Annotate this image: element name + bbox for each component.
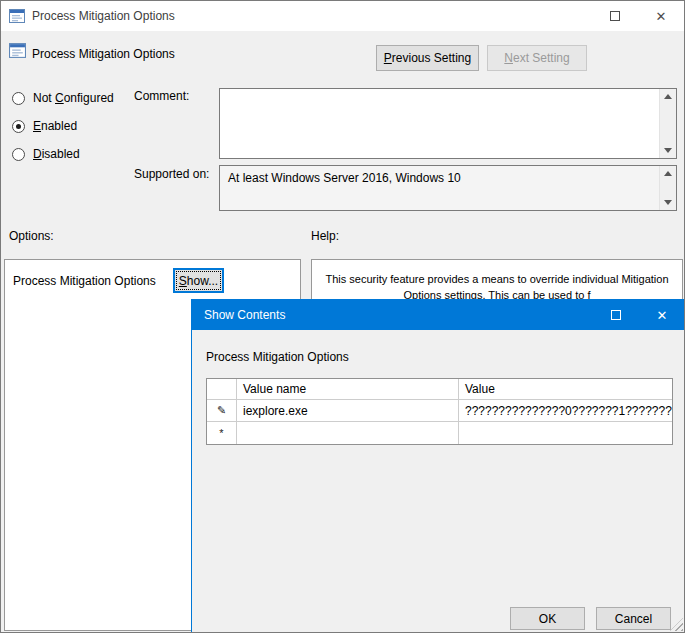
scroll-up-button[interactable] [660, 89, 676, 104]
supported-on-text: At least Windows Server 2016, Windows 10 [220, 166, 659, 210]
scroll-up-button[interactable] [660, 166, 676, 181]
column-header-value-name: Value name [237, 379, 459, 400]
maximize-button[interactable] [592, 1, 638, 31]
dialog-title: Show Contents [204, 308, 285, 322]
radio-dot [16, 152, 21, 157]
scroll-down-button[interactable] [660, 195, 676, 210]
comment-input[interactable] [219, 88, 677, 159]
column-header-value: Value [459, 379, 672, 400]
radio-not-configured[interactable]: Not Configured [12, 90, 114, 106]
arrow-up-icon [664, 171, 672, 176]
value-cell[interactable]: ???????????????0???????1???????1 [459, 400, 672, 422]
options-setting-label: Process Mitigation Options [13, 274, 156, 288]
arrow-down-icon [664, 148, 672, 153]
dialog-maximize-button[interactable] [593, 300, 639, 330]
radio-enabled[interactable]: Enabled [12, 118, 77, 134]
comment-text [220, 89, 659, 158]
button-accesskey: N [504, 51, 513, 65]
radio-label: Disabled [33, 147, 80, 161]
previous-setting-button[interactable]: Previous Setting [376, 45, 479, 71]
help-label: Help: [311, 229, 339, 243]
maximize-icon [611, 310, 621, 320]
supported-on-box: At least Windows Server 2016, Windows 10 [219, 165, 677, 211]
radio-icon [12, 120, 25, 133]
app-icon [9, 8, 25, 24]
row-selector[interactable]: ✎ [207, 400, 237, 422]
scroll-down-button[interactable] [660, 143, 676, 158]
policy-settings-window: Process Mitigation Options ✕ Process Mit… [0, 0, 685, 633]
dialog-heading: Process Mitigation Options [206, 350, 349, 364]
show-button[interactable]: Show... [173, 268, 224, 293]
row-selector-header [207, 379, 237, 400]
row-selector[interactable]: * [207, 422, 237, 444]
window-titlebar[interactable]: Process Mitigation Options ✕ [1, 1, 684, 31]
value-name-cell[interactable] [237, 422, 459, 444]
next-setting-button: Next Setting [487, 45, 587, 71]
new-row-icon: * [219, 427, 223, 439]
window-caption-buttons: ✕ [592, 1, 684, 31]
radio-disabled[interactable]: Disabled [12, 146, 80, 162]
resize-grip[interactable] [670, 618, 683, 631]
button-accesskey: P [384, 51, 392, 65]
dialog-titlebar[interactable]: Show Contents ✕ [192, 300, 685, 330]
arrow-down-icon [664, 200, 672, 205]
arrow-up-icon [664, 94, 672, 99]
close-icon: ✕ [656, 10, 667, 23]
button-label: ext Setting [513, 51, 570, 65]
button-label: revious Setting [392, 51, 471, 65]
cancel-button[interactable]: Cancel [596, 607, 671, 630]
radio-dot [16, 124, 21, 129]
window-title: Process Mitigation Options [32, 9, 175, 23]
radio-icon [12, 148, 25, 161]
close-icon: ✕ [657, 309, 668, 322]
edit-pencil-icon: ✎ [217, 404, 226, 417]
value-name-cell[interactable]: iexplore.exe [237, 400, 459, 422]
value-cell[interactable] [459, 422, 672, 444]
policy-setting-icon [9, 42, 26, 59]
button-accesskey: S [179, 274, 187, 288]
dialog-caption-buttons: ✕ [593, 300, 685, 330]
options-label: Options: [9, 229, 54, 243]
button-label: how... [187, 274, 218, 288]
radio-icon [12, 92, 25, 105]
maximize-icon [610, 11, 620, 21]
dialog-close-button[interactable]: ✕ [639, 300, 685, 330]
supported-scrollbar[interactable] [659, 166, 676, 210]
comment-scrollbar[interactable] [659, 89, 676, 158]
setting-title: Process Mitigation Options [32, 47, 175, 61]
values-grid: Value name Value ✎ iexplore.exe ????????… [206, 378, 673, 445]
show-contents-dialog: Show Contents ✕ Process Mitigation Optio… [191, 299, 685, 633]
close-button[interactable]: ✕ [638, 1, 684, 31]
radio-label: Enabled [33, 119, 77, 133]
supported-on-label: Supported on: [134, 167, 209, 181]
ok-button[interactable]: OK [510, 607, 585, 630]
help-text: This security feature provides a means t… [312, 260, 682, 303]
radio-dot [16, 96, 21, 101]
comment-label: Comment: [134, 89, 189, 103]
radio-label: Not Configured [33, 91, 114, 105]
